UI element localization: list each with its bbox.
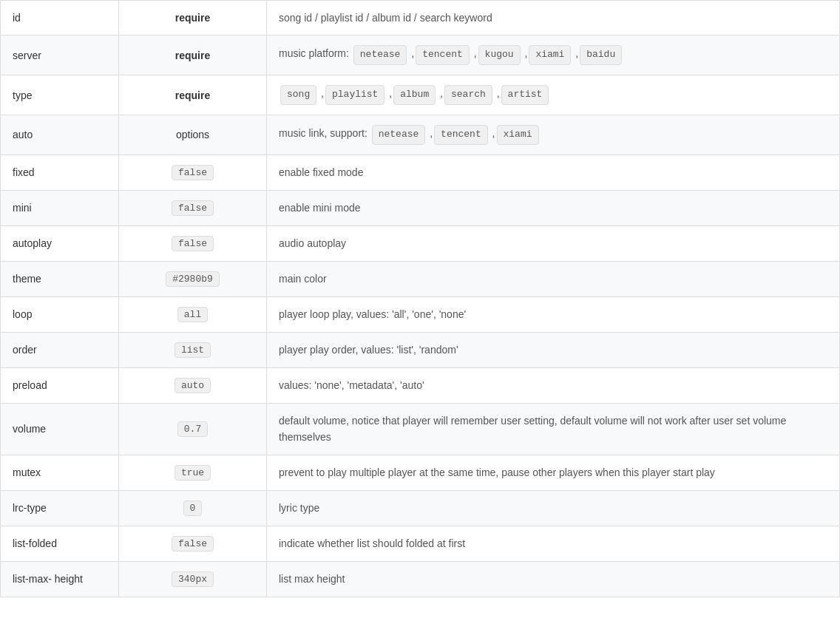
auto-tag: xiami: [497, 125, 539, 145]
server-tag: baidu: [580, 45, 622, 65]
table-row: volume0.7default volume, notice that pla…: [1, 403, 840, 455]
param-description: player play order, values: 'list', 'rand…: [267, 332, 840, 367]
table-row: orderlistplayer play order, values: 'lis…: [1, 332, 840, 367]
auto-tag: netease: [372, 125, 426, 145]
param-name: type: [1, 75, 119, 115]
param-description: enable fixed mode: [267, 155, 840, 190]
table-row: loopallplayer loop play, values: 'all', …: [1, 296, 840, 332]
table-row: lrc-type0lyric type: [1, 490, 840, 526]
server-tag: xiami: [529, 45, 571, 65]
type-tag: playlist: [325, 85, 385, 105]
param-default: list: [119, 332, 267, 367]
param-default: require: [119, 1, 267, 35]
default-badge: true: [175, 465, 211, 481]
param-name: fixed: [1, 155, 119, 190]
default-badge: 340px: [172, 571, 214, 587]
default-require: require: [175, 50, 210, 61]
table-row: autoplayfalseaudio autoplay: [1, 225, 840, 261]
param-default: options: [119, 115, 267, 155]
default-badge: list: [175, 342, 211, 358]
desc-text: music platform:: [279, 47, 352, 59]
default-badge: false: [172, 236, 214, 251]
param-name: lrc-type: [1, 490, 119, 526]
param-default: all: [119, 296, 267, 332]
default-badge: #2980b9: [166, 271, 220, 287]
param-default: #2980b9: [119, 261, 267, 296]
server-tag: tencent: [416, 45, 470, 65]
table-row: serverrequiremusic platform: netease ,te…: [1, 35, 840, 75]
param-default: 0.7: [119, 403, 267, 455]
param-name: autoplay: [1, 225, 119, 261]
param-name: list-folded: [1, 526, 119, 561]
param-default: require: [119, 75, 267, 115]
param-description: enable mini mode: [267, 190, 840, 225]
param-default: require: [119, 35, 267, 75]
default-badge: false: [172, 165, 214, 180]
type-tag: album: [393, 85, 436, 105]
param-description: indicate whether list should folded at f…: [267, 526, 840, 561]
type-tag: artist: [501, 85, 549, 105]
param-description: default volume, notice that player will …: [267, 403, 840, 455]
param-description: player loop play, values: 'all', 'one', …: [267, 296, 840, 332]
table-row: minifalseenable mini mode: [1, 190, 840, 225]
param-name: volume: [1, 403, 119, 455]
param-name: mini: [1, 190, 119, 225]
param-description: list max height: [267, 561, 840, 597]
param-name: mutex: [1, 455, 119, 490]
type-tag: song: [280, 85, 316, 105]
param-default: auto: [119, 367, 267, 403]
param-description: song id / playlist id / album id / searc…: [267, 1, 840, 35]
default-badge: 0: [183, 500, 203, 516]
param-default: false: [119, 526, 267, 561]
param-description: music platform: netease ,tencent ,kugou …: [267, 35, 840, 75]
default-badge: false: [172, 536, 214, 552]
param-default: true: [119, 455, 267, 490]
table-row: list-foldedfalseindicate whether list sh…: [1, 526, 840, 561]
param-description: prevent to play multiple player at the s…: [267, 455, 840, 490]
param-name: list-max- height: [1, 561, 119, 597]
default-require: require: [175, 12, 210, 24]
param-default: false: [119, 155, 267, 190]
table-row: autooptionsmusic link, support: netease …: [1, 115, 840, 155]
default-badge: auto: [175, 378, 211, 393]
param-name: id: [1, 1, 119, 35]
api-table: idrequiresong id / playlist id / album i…: [0, 0, 840, 597]
param-name: loop: [1, 296, 119, 332]
default-require: require: [175, 89, 210, 101]
table-row: typerequiresong ,playlist ,album ,search…: [1, 75, 840, 115]
param-description: values: 'none', 'metadata', 'auto': [267, 367, 840, 403]
param-description: main color: [267, 261, 840, 296]
default-badge: all: [177, 307, 208, 322]
default-badge: 0.7: [177, 421, 208, 437]
type-tag: search: [444, 85, 492, 105]
param-default: false: [119, 225, 267, 261]
param-default: false: [119, 190, 267, 225]
server-tag: kugou: [478, 45, 521, 65]
param-name: theme: [1, 261, 119, 296]
param-default: 0: [119, 490, 267, 526]
param-name: server: [1, 35, 119, 75]
default-badge: false: [172, 200, 214, 216]
param-description: audio autoplay: [267, 225, 840, 261]
param-default: 340px: [119, 561, 267, 597]
server-tag: netease: [353, 45, 407, 65]
param-name: order: [1, 332, 119, 367]
table-row: preloadautovalues: 'none', 'metadata', '…: [1, 367, 840, 403]
table-row: idrequiresong id / playlist id / album i…: [1, 1, 840, 35]
param-name: auto: [1, 115, 119, 155]
desc-text: music link, support:: [279, 127, 370, 139]
param-description: song ,playlist ,album ,search ,artist: [267, 75, 840, 115]
table-container: idrequiresong id / playlist id / album i…: [0, 0, 840, 597]
table-row: fixedfalseenable fixed mode: [1, 155, 840, 190]
param-description: lyric type: [267, 490, 840, 526]
table-row: list-max- height340pxlist max height: [1, 561, 840, 597]
param-description: music link, support: netease ,tencent ,x…: [267, 115, 840, 155]
table-row: theme#2980b9main color: [1, 261, 840, 296]
auto-tag: tencent: [434, 125, 488, 145]
table-row: mutextrueprevent to play multiple player…: [1, 455, 840, 490]
param-name: preload: [1, 367, 119, 403]
